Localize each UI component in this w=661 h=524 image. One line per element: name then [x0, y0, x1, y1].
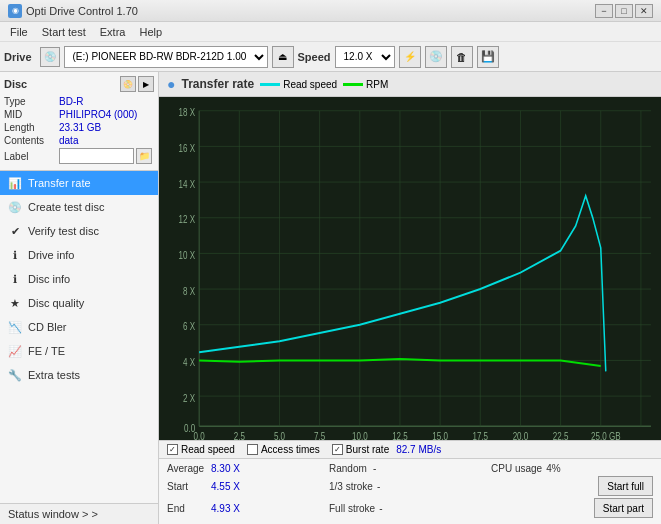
speed-select[interactable]: 12.0 X ↓: [335, 46, 395, 68]
svg-text:15.0: 15.0: [432, 430, 448, 440]
close-button[interactable]: ✕: [635, 4, 653, 18]
contents-value: data: [59, 135, 154, 146]
nav-cd-bler-label: CD Bler: [28, 321, 67, 333]
maximize-button[interactable]: □: [615, 4, 633, 18]
status-window-button[interactable]: Status window > >: [0, 504, 158, 524]
eject-button[interactable]: ⏏: [272, 46, 294, 68]
disc-icon-btn1[interactable]: 📀: [120, 76, 136, 92]
disc-contents-row: Contents data: [4, 135, 154, 146]
disc-section: Disc 📀 ▶ Type BD-R MID PHILIPRO4 (000) L…: [0, 72, 158, 171]
menu-extra[interactable]: Extra: [94, 24, 132, 40]
checkbox-row: ✓ Read speed Access times ✓ Burst rate 8…: [159, 440, 661, 458]
title-text: Opti Drive Control 1.70: [26, 5, 138, 17]
nav-extra-tests[interactable]: 🔧 Extra tests: [0, 363, 158, 387]
contents-label: Contents: [4, 135, 59, 146]
svg-text:2.5: 2.5: [234, 430, 245, 440]
label-input[interactable]: [59, 148, 134, 164]
svg-text:6 X: 6 X: [183, 320, 196, 333]
disc-icon-btn2[interactable]: ▶: [138, 76, 154, 92]
svg-text:20.0: 20.0: [513, 430, 529, 440]
chart-title: Transfer rate: [181, 77, 254, 91]
drive-info-icon: ℹ: [8, 248, 22, 262]
burst-rate-checkbox-item[interactable]: ✓ Burst rate 82.7 MB/s: [332, 444, 441, 455]
nav-drive-info[interactable]: ℹ Drive info: [0, 243, 158, 267]
menu-help[interactable]: Help: [133, 24, 168, 40]
stat-average-group: Average 8.30 X: [167, 463, 329, 474]
access-times-checkbox-item[interactable]: Access times: [247, 444, 320, 455]
start-full-button[interactable]: Start full: [598, 476, 653, 496]
app-icon: ◉: [8, 4, 22, 18]
transfer-rate-icon: 📊: [8, 176, 22, 190]
start-part-wrapper: Start part: [491, 498, 653, 518]
nav-cd-bler[interactable]: 📉 CD Bler: [0, 315, 158, 339]
stats-row-1: Average 8.30 X Random - CPU usage 4%: [167, 463, 653, 474]
title-bar: ◉ Opti Drive Control 1.70 − □ ✕: [0, 0, 661, 22]
nav-disc-quality[interactable]: ★ Disc quality: [0, 291, 158, 315]
disc-type-row: Type BD-R: [4, 96, 154, 107]
nav-fe-te[interactable]: 📈 FE / TE: [0, 339, 158, 363]
label-label: Label: [4, 151, 59, 162]
mid-value: PHILIPRO4 (000): [59, 109, 154, 120]
burst-rate-checkbox-label: Burst rate: [346, 444, 389, 455]
sidebar: Disc 📀 ▶ Type BD-R MID PHILIPRO4 (000) L…: [0, 72, 159, 524]
label-input-wrapper: 📁: [59, 148, 152, 164]
read-speed-checkbox[interactable]: ✓: [167, 444, 178, 455]
length-label: Length: [4, 122, 59, 133]
nav-disc-info[interactable]: ℹ Disc info: [0, 267, 158, 291]
chart-area: ● Transfer rate Read speed RPM: [159, 72, 661, 524]
nav-verify-test-disc-label: Verify test disc: [28, 225, 99, 237]
status-area: Status window > >: [0, 503, 158, 524]
stats-row-3: End 4.93 X Full stroke - Start part: [167, 498, 653, 518]
main-layout: Disc 📀 ▶ Type BD-R MID PHILIPRO4 (000) L…: [0, 72, 661, 524]
svg-text:5.0: 5.0: [274, 430, 285, 440]
legend-read-speed: Read speed: [260, 79, 337, 90]
legend-rpm-label: RPM: [366, 79, 388, 90]
nav-verify-test-disc[interactable]: ✔ Verify test disc: [0, 219, 158, 243]
stat-start-group: Start 4.55 X: [167, 481, 329, 492]
stat-stroke1-group: 1/3 stroke -: [329, 481, 491, 492]
start-part-button[interactable]: Start part: [594, 498, 653, 518]
mid-label: MID: [4, 109, 59, 120]
speed-label: Speed: [298, 51, 331, 63]
legend-read-speed-label: Read speed: [283, 79, 337, 90]
stats-area: Average 8.30 X Random - CPU usage 4% Sta…: [159, 458, 661, 524]
nav-create-test-disc[interactable]: 💿 Create test disc: [0, 195, 158, 219]
length-value: 23.31 GB: [59, 122, 154, 133]
disc-icons: 📀 ▶: [120, 76, 154, 92]
svg-text:17.5: 17.5: [472, 430, 488, 440]
disc-title: Disc: [4, 78, 27, 90]
save-button[interactable]: 💾: [477, 46, 499, 68]
stroke-1-label: 1/3 stroke: [329, 481, 373, 492]
svg-text:4 X: 4 X: [183, 356, 196, 369]
burst-rate-checkbox[interactable]: ✓: [332, 444, 343, 455]
nav-disc-quality-label: Disc quality: [28, 297, 84, 309]
drive-select[interactable]: (E:) PIONEER BD-RW BDR-212D 1.00: [64, 46, 268, 68]
nav-transfer-rate[interactable]: 📊 Transfer rate: [0, 171, 158, 195]
svg-text:10 X: 10 X: [179, 249, 196, 262]
average-value: 8.30 X: [211, 463, 251, 474]
svg-text:7.5: 7.5: [314, 430, 325, 440]
access-times-checkbox[interactable]: [247, 444, 258, 455]
label-folder-btn[interactable]: 📁: [136, 148, 152, 164]
read-speed-checkbox-item[interactable]: ✓ Read speed: [167, 444, 235, 455]
end-value: 4.93 X: [211, 503, 251, 514]
type-label: Type: [4, 96, 59, 107]
stat-cpu-group: CPU usage 4%: [491, 463, 653, 474]
stroke-1-value: -: [377, 481, 380, 492]
disc-info-icon: ℹ: [8, 272, 22, 286]
type-value: BD-R: [59, 96, 154, 107]
minimize-button[interactable]: −: [595, 4, 613, 18]
menu-file[interactable]: File: [4, 24, 34, 40]
verify-test-disc-icon: ✔: [8, 224, 22, 238]
nav-disc-info-label: Disc info: [28, 273, 70, 285]
full-stroke-value: -: [379, 503, 382, 514]
chart-wrapper: 18 X 16 X 14 X 12 X 10 X 8 X 6 X 4 X 2 X…: [159, 97, 661, 440]
erase-button[interactable]: 🗑: [451, 46, 473, 68]
svg-text:2 X: 2 X: [183, 391, 196, 404]
svg-text:0.0: 0.0: [194, 430, 205, 440]
chart-svg: 18 X 16 X 14 X 12 X 10 X 8 X 6 X 4 X 2 X…: [159, 97, 661, 440]
svg-text:12.5: 12.5: [392, 430, 408, 440]
disc-button[interactable]: 💿: [425, 46, 447, 68]
menu-start-test[interactable]: Start test: [36, 24, 92, 40]
title-bar-left: ◉ Opti Drive Control 1.70: [8, 4, 138, 18]
